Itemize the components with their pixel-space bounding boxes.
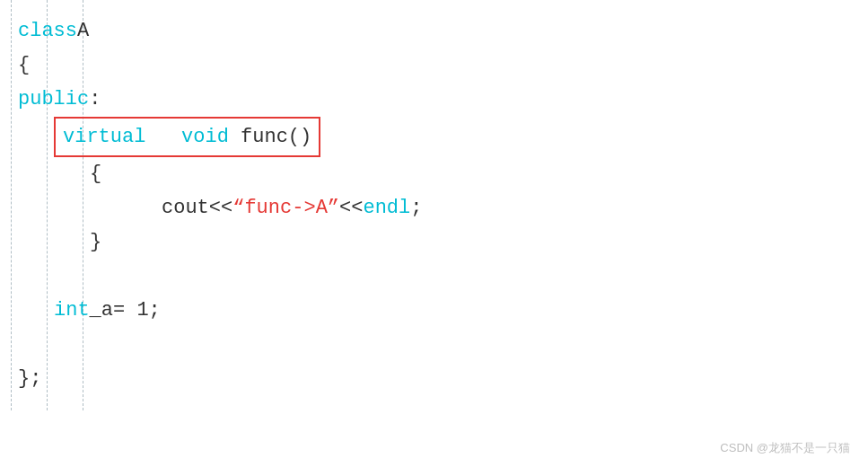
func-name: func [241, 126, 288, 148]
code-line-3: public: [18, 83, 850, 117]
watermark: CSDN @龙猫不是一只猫 [720, 440, 850, 456]
keyword-endl: endl [363, 191, 410, 225]
semicolon-final: ; [30, 362, 41, 395]
code-block: class A { public: virtual void func() { … [0, 0, 868, 410]
code-line-2: { [18, 48, 850, 83]
code-line-5: { [18, 157, 850, 191]
class-name: A [77, 14, 89, 48]
colon: : [89, 83, 101, 116]
keyword-void: void [181, 126, 229, 148]
assignment: = 1; [113, 294, 161, 327]
var-name: _a [90, 294, 113, 327]
code-line-9: int _a = 1; [18, 294, 850, 328]
keyword-class: class [18, 14, 77, 48]
highlighted-function: virtual void func() [54, 117, 320, 157]
code-line-10: }; [18, 362, 850, 396]
keyword-int: int [54, 294, 90, 327]
blank-line [18, 260, 850, 294]
blank-line-2 [18, 328, 850, 362]
brace-close-1: } [90, 225, 101, 259]
keyword-public: public [18, 83, 89, 116]
brace-open-1: { [18, 48, 30, 82]
operator-2: << [339, 191, 363, 225]
code-line-7: } [18, 225, 850, 260]
brace-close-2: } [18, 362, 30, 395]
code-line-1: class A [18, 14, 850, 48]
keyword-virtual: virtual [63, 126, 145, 148]
guide-line-1 [11, 0, 12, 410]
string-literal: “func->A” [232, 191, 339, 225]
cout-name: cout [162, 191, 209, 225]
semicolon-1: ; [410, 191, 422, 225]
space-1 [158, 126, 170, 148]
operator-1: << [209, 191, 232, 225]
code-line-6: cout << “func->A” << endl; [18, 191, 850, 225]
brace-open-2: { [90, 157, 101, 190]
code-line-4: virtual void func() [18, 117, 850, 157]
func-parens: () [288, 126, 311, 148]
